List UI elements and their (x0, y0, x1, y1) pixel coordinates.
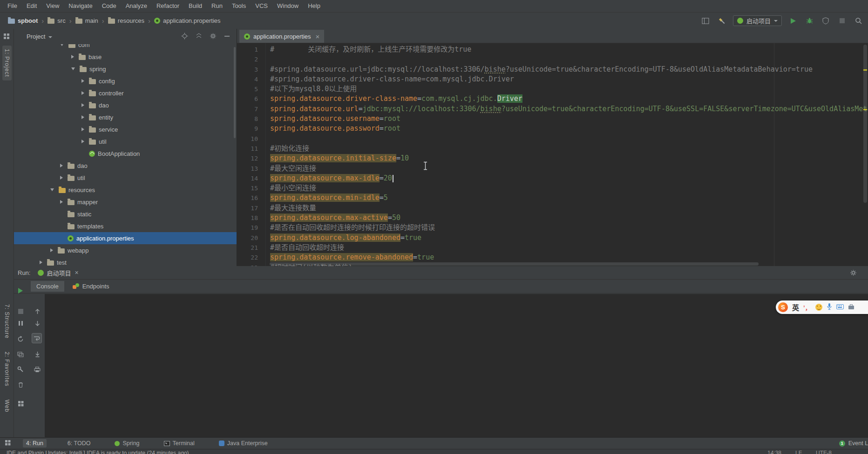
statusbar-item-spring[interactable]: Spring (111, 439, 142, 447)
tree-item-config[interactable]: config (14, 75, 237, 87)
breadcrumb-item-spboot[interactable]: spboot (7, 17, 39, 24)
ime-toolbox-icon[interactable] (848, 304, 854, 311)
update-notification-text[interactable]: IDE and Plugin Updates: IntelliJ IDEA is… (7, 449, 189, 454)
file-encoding[interactable]: UTF-8 (816, 449, 832, 454)
chevron-right-icon[interactable] (81, 115, 84, 119)
warning-stripe-mark[interactable] (863, 109, 867, 110)
chevron-right-icon[interactable] (60, 200, 63, 204)
tree-item-bootapplication[interactable]: BootApplication (14, 147, 237, 160)
tree-item-controller[interactable]: controller (14, 87, 237, 99)
scrollbar-thumb[interactable] (863, 45, 867, 203)
breadcrumb-item-resources[interactable]: resources (107, 17, 146, 24)
code-line-14[interactable]: spring.datasource.max-idle=20 (270, 174, 868, 183)
code-line-20[interactable]: spring.datasource.log-abandoned=true (270, 233, 868, 243)
caret-position[interactable]: 14:38 (767, 449, 781, 454)
menu-item-refactor[interactable]: Refactor (152, 0, 184, 12)
tree-item-entity[interactable]: entity (14, 111, 237, 123)
up-stack-button[interactable] (33, 307, 42, 315)
scrollbar-thumb[interactable] (270, 262, 759, 266)
ime-keyboard-icon[interactable] (836, 304, 844, 311)
code-line-9[interactable]: spring.datasource.password=root (270, 124, 868, 134)
chevron-down-icon[interactable] (60, 44, 64, 46)
tree-item-dao[interactable]: dao (14, 99, 237, 111)
editor-body[interactable]: 1234567891011121314151617181920212223 # … (237, 43, 868, 266)
editor-vertical-scrollbar[interactable] (862, 43, 868, 266)
chevron-right-icon[interactable] (50, 248, 53, 252)
editor-horizontal-scrollbar[interactable] (266, 262, 862, 266)
code-line-11[interactable]: #初始化连接 (270, 144, 868, 154)
menu-item-tools[interactable]: Tools (227, 0, 251, 12)
tree-item-base[interactable]: base (14, 51, 237, 63)
chevron-right-icon[interactable] (40, 260, 42, 264)
code-line-6[interactable]: spring.datasource.driver-class-name=com.… (270, 94, 868, 104)
tree-item-webapp[interactable]: webapp (14, 244, 237, 256)
tree-item-util[interactable]: util (14, 172, 237, 184)
code-line-19[interactable]: #是否在自动回收超时连接的时候打印连接的超时错误 (270, 223, 868, 233)
tab-application-properties[interactable]: application.properties × (239, 30, 324, 43)
tree-item-dao[interactable]: dao (14, 160, 237, 172)
debug-button[interactable] (804, 16, 814, 26)
tab-endpoints[interactable]: Endpoints (67, 281, 115, 292)
tree-item-spring[interactable]: spring (14, 63, 237, 75)
code-line-2[interactable] (270, 54, 868, 64)
statusbar-item-java-enterprise[interactable]: Java Enterprise (216, 439, 271, 447)
ime-punctuation-icon[interactable]: ’， (803, 303, 811, 312)
stripe-button-web[interactable]: Web (4, 400, 10, 412)
code-line-12[interactable]: spring.datasource.initial-size=10 (270, 154, 868, 163)
down-stack-button[interactable] (33, 319, 42, 327)
tree-item-service[interactable]: service (14, 123, 237, 135)
code-line-15[interactable]: #最小空闲连接 (270, 183, 868, 193)
settings-gear-icon[interactable] (210, 33, 217, 41)
tree-item-static[interactable]: static (14, 208, 237, 220)
menu-item-analyze[interactable]: Analyze (121, 0, 152, 12)
close-icon[interactable]: × (316, 33, 320, 40)
menu-item-window[interactable]: Window (272, 0, 303, 12)
menu-item-build[interactable]: Build (184, 0, 207, 12)
menu-item-vcs[interactable]: VCS (251, 0, 272, 12)
chevron-right-icon[interactable] (81, 91, 84, 95)
rerun-button[interactable] (16, 287, 25, 295)
menu-item-edit[interactable]: Edit (22, 0, 41, 12)
collapse-all-icon[interactable] (196, 33, 202, 40)
breadcrumb-item-application-properties[interactable]: application.properties (153, 17, 222, 24)
menu-item-file[interactable]: File (3, 0, 22, 12)
chevron-right-icon[interactable] (71, 55, 74, 59)
code-line-8[interactable]: spring.datasource.username=root (270, 114, 868, 124)
layout-grid-button[interactable] (16, 399, 25, 407)
run-configuration-select[interactable]: 启动项目 (733, 15, 782, 26)
sogou-logo-icon[interactable]: S (778, 302, 788, 312)
code-line-10[interactable] (270, 134, 868, 144)
editor-lines[interactable]: # 关闭缓存，及时刷新，上线生产环境需要修改为true#spring.datas… (266, 43, 868, 266)
chevron-right-icon[interactable] (81, 127, 84, 131)
tree-item-application-properties[interactable]: application.properties (14, 232, 237, 244)
build-hammer-icon[interactable] (717, 16, 727, 26)
code-line-16[interactable]: spring.datasource.min-idle=5 (270, 193, 868, 203)
ime-language-indicator[interactable]: 英 (792, 302, 799, 312)
statusbar-item-6-todo[interactable]: 6: TODO (64, 439, 94, 447)
pause-button[interactable] (16, 319, 25, 327)
line-separator[interactable]: LF (795, 449, 802, 454)
tree-item-test[interactable]: test (14, 256, 237, 266)
menu-item-run[interactable]: Run (207, 0, 227, 12)
menu-item-view[interactable]: View (41, 0, 64, 12)
hide-panel-icon[interactable] (224, 33, 230, 40)
code-line-4[interactable]: #spring.datasource.driver-class-name=com… (270, 74, 868, 84)
stripe-button-2-favorites[interactable]: 2: Favorites (4, 352, 10, 387)
run-config-tab[interactable]: 启动项目 × (35, 267, 81, 278)
print-button[interactable] (33, 365, 42, 374)
clear-all-button[interactable] (16, 381, 25, 389)
restart-button[interactable] (16, 335, 25, 343)
settings-tools-button[interactable] (16, 365, 25, 374)
code-line-18[interactable]: spring.datasource.max-active=50 (270, 213, 868, 223)
code-line-5[interactable]: #以下为mysql8.0以上使用 (270, 84, 868, 94)
scroll-to-end-button[interactable] (33, 350, 42, 359)
chevron-right-icon[interactable] (81, 79, 84, 83)
warning-stripe-mark[interactable] (863, 69, 867, 71)
code-line-22[interactable]: spring.datasource.remove-abandoned=true (270, 253, 868, 262)
stop-button[interactable] (16, 307, 25, 315)
statusbar-item-terminal[interactable]: Terminal (161, 439, 198, 447)
menu-item-navigate[interactable]: Navigate (64, 0, 97, 12)
tab-console[interactable]: Console (31, 281, 64, 292)
run-button[interactable] (788, 16, 798, 26)
soft-wrap-button[interactable] (32, 333, 42, 343)
